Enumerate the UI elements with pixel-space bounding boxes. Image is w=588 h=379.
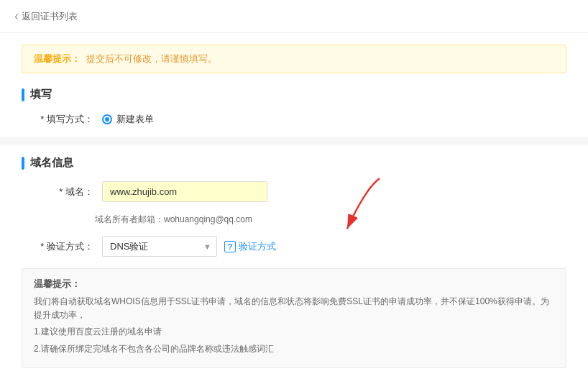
radio-dot (102, 114, 112, 124)
help-icon: ? (224, 241, 236, 252)
verify-help-link[interactable]: ? 验证方式 (224, 240, 276, 253)
page-container: 返回证书列表 温馨提示： 提交后不可修改，请谨慎填写。 填写 * 填写方式： 新… (0, 0, 588, 379)
verify-help-label: 验证方式 (239, 240, 276, 253)
domain-label: * 域名： (29, 186, 93, 198)
domain-row: * 域名： (22, 181, 566, 202)
dns-select-wrapper[interactable]: DNS验证 ▼ (102, 236, 217, 257)
tip-line-2: 2.请确保所绑定完域名不包含各公司的品牌名称或违法触感词汇 (34, 342, 554, 356)
method-option: 新建表单 (116, 113, 154, 126)
dns-select[interactable]: DNS验证 (102, 236, 217, 257)
domain-section-header: 域名信息 (22, 156, 566, 170)
tip-line-1: 1.建议使用百度云注册的域名申请 (34, 325, 554, 339)
warning-box: 温馨提示： 提交后不可修改，请谨慎填写。 (22, 45, 566, 73)
tip-box: 温馨提示： 我们将自动获取域名WHOIS信息用于SSL证书申请，域名的信息和状态… (22, 268, 566, 368)
warning-text: 提交后不可修改，请谨慎填写。 (86, 53, 217, 64)
section-divider (0, 137, 588, 145)
domain-input[interactable] (102, 181, 267, 202)
fill-method-row: * 填写方式： 新建表单 (22, 113, 566, 126)
section-bar (22, 88, 24, 101)
back-label: 返回证书列表 (22, 10, 78, 23)
top-nav: 返回证书列表 (0, 0, 588, 33)
domain-section-bar (22, 157, 24, 170)
warning-label: 温馨提示： (34, 53, 81, 64)
fill-section-header: 填写 (22, 88, 566, 101)
content-area: 温馨提示： 提交后不可修改，请谨慎填写。 填写 * 填写方式： 新建表单 域名信… (0, 33, 588, 379)
back-link[interactable]: 返回证书列表 (14, 9, 78, 24)
domain-section-title: 域名信息 (30, 156, 73, 170)
method-radio-group[interactable]: 新建表单 (102, 113, 154, 126)
tip-title: 温馨提示： (34, 278, 554, 291)
email-hint: 域名所有者邮箱：wohuangqing@qq.com (22, 214, 566, 226)
verify-section: * 验证方式： DNS验证 ▼ ? 验证方式 (22, 236, 566, 257)
verify-controls: DNS验证 ▼ ? 验证方式 (102, 236, 276, 257)
fill-section-title: 填写 (30, 88, 52, 101)
tip-line-0: 我们将自动获取域名WHOIS信息用于SSL证书申请，域名的信息和状态将影响免费S… (34, 295, 554, 322)
verify-row: * 验证方式： DNS验证 ▼ ? 验证方式 (22, 236, 566, 257)
verify-label: * 验证方式： (29, 240, 93, 253)
method-label: * 填写方式： (29, 113, 93, 126)
